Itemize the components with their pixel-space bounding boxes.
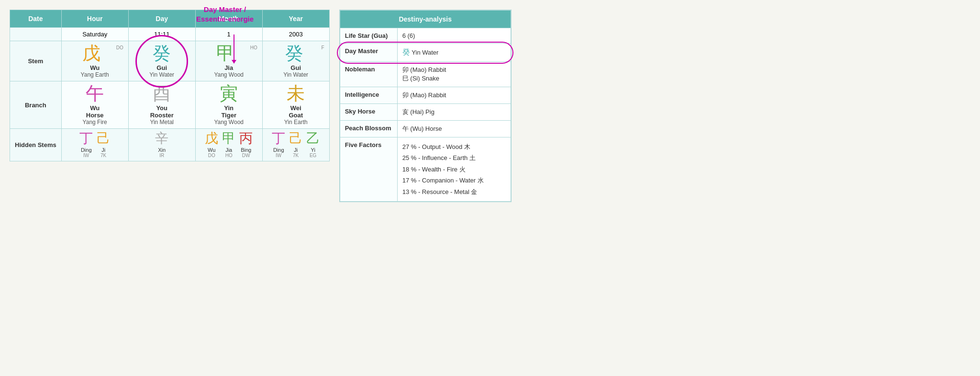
stem-hour-name: Wu [67, 64, 123, 71]
hidden-stems-hour: 丁 Ding IW 己 Ji 7K [61, 129, 128, 161]
destiny-value-peach-blossom: 午 (Wu) Horse [397, 121, 511, 137]
hidden-stems-day: 辛 Xin IR [128, 129, 195, 161]
stem-month-sub: Yang Wood [200, 71, 257, 78]
hidden-stems-month: 戊 Wu DO 甲 Jia HO 丙 Bing DW [195, 129, 262, 161]
stem-year-badge: F [322, 45, 324, 50]
hs-year-2-char: 乙 [306, 132, 320, 145]
destiny-value-day-master: 癸 Yin Water [397, 44, 511, 62]
day-master-text: Yin Water [412, 49, 438, 56]
hs-day-0-code: IR [159, 153, 164, 158]
annotation-line2: Essentie-energie [196, 15, 254, 23]
destiny-row-nobleman: Nobleman 卯 (Mao) Rabbit巳 (Si) Snake [340, 62, 511, 87]
hidden-stems-month-inner: 戊 Wu DO 甲 Jia HO 丙 Bing DW [200, 132, 257, 158]
hidden-stem-year-1: 己 Ji 7K [289, 132, 302, 158]
hs-year-2-name: Yi [311, 147, 315, 153]
stem-year-sub: Yin Water [267, 71, 324, 78]
stem-day-name: Gui [134, 64, 190, 71]
destiny-panel-title: Destiny-analysis [340, 11, 511, 28]
stem-month-badge: HO [250, 45, 257, 50]
destiny-value-life-star: 6 (6) [397, 28, 511, 44]
hs-month-0-code: DO [208, 153, 215, 158]
destiny-row-sky-horse: Sky Horse 亥 (Hai) Pig [340, 104, 511, 121]
hs-month-1-code: HO [225, 153, 233, 158]
stem-month-char: 甲 [200, 44, 257, 62]
destiny-label-sky-horse: Sky Horse [340, 104, 397, 121]
branch-month-sub: Yang Wood [200, 119, 257, 125]
table-row-date: Saturday 11:11 1 2003 [10, 28, 330, 41]
branch-label: Branch [10, 81, 62, 129]
hs-month-0-name: Wu [208, 147, 215, 153]
hs-hour-0-char: 丁 [79, 132, 93, 145]
hidden-stems-day-inner: 辛 Xin IR [134, 132, 190, 158]
bazi-table: Date Hour Day Month Year Saturday 11:11 … [10, 10, 330, 161]
branch-month: 寅 Yin Tiger Yang Wood [195, 81, 262, 129]
stem-month: HO 甲 Jia Yang Wood [195, 41, 262, 81]
stem-year-char: 癸 [267, 44, 324, 62]
branch-month-name2: Tiger [200, 112, 257, 119]
hidden-stem-month-1: 甲 Jia HO [222, 132, 235, 158]
destiny-label-intelligence: Intelligence [340, 87, 397, 104]
hs-hour-0-name: Ding [81, 147, 92, 153]
stem-hour-badge: DO [116, 45, 123, 50]
hs-hour-1-name: Ji [101, 147, 105, 153]
destiny-row-life-star: Life Star (Gua) 6 (6) [340, 28, 511, 44]
branch-hour-char: 午 [67, 84, 123, 103]
hs-day-0-char: 辛 [155, 132, 168, 145]
hidden-stem-hour-1: 己 Ji 7K [97, 132, 110, 158]
hs-hour-1-char: 己 [97, 132, 110, 145]
branch-year-name2: Goat [267, 112, 324, 119]
hs-year-1-name: Ji [294, 147, 298, 153]
hs-month-1-char: 甲 [222, 132, 235, 145]
hidden-stem-year-0: 丁 Ding IW [272, 132, 285, 158]
hs-year-0-name: Ding [273, 147, 284, 153]
destiny-value-nobleman: 卯 (Mao) Rabbit巳 (Si) Snake [397, 62, 511, 87]
branch-day-name: You [134, 104, 190, 112]
destiny-label-life-star: Life Star (Gua) [340, 28, 397, 44]
branch-year-char: 未 [267, 84, 324, 103]
hs-year-2-code: EG [310, 153, 316, 158]
destiny-panel: Destiny-analysis Life Star (Gua) 6 (6) D… [339, 10, 512, 202]
date-saturday: Saturday [61, 28, 128, 41]
hs-year-0-char: 丁 [272, 132, 285, 145]
col-header-date: Date [10, 10, 62, 28]
hidden-stem-day-0: 辛 Xin IR [155, 132, 168, 158]
annotation-arrow [234, 34, 234, 61]
stem-year-name: Gui [267, 64, 324, 71]
hs-hour-1-code: 7K [100, 153, 106, 158]
hidden-stem-month-0: 戊 Wu DO [205, 132, 218, 158]
hidden-stems-year: 丁 Ding IW 己 Ji 7K 乙 Yi EG [262, 129, 329, 161]
hidden-stem-month-2: 丙 Bing DW [239, 132, 253, 158]
destiny-label-peach-blossom: Peach Blossom [340, 121, 397, 137]
branch-day-sub: Yin Metal [134, 119, 190, 125]
stem-day-sub: Yin Water [134, 71, 190, 78]
hs-day-0-name: Xin [158, 147, 166, 153]
branch-hour-name: Wu [67, 104, 123, 112]
branch-hour: 午 Wu Horse Yang Fire [61, 81, 128, 129]
branch-day-name2: Rooster [134, 112, 190, 119]
day-master-annotation: Day Master / Essentie-energie [196, 5, 254, 23]
stem-hour: DO 戊 Wu Yang Earth [61, 41, 128, 81]
hs-month-2-char: 丙 [239, 132, 253, 145]
hs-year-0-code: IW [276, 153, 281, 158]
hidden-stem-year-2: 乙 Yi EG [306, 132, 320, 158]
stem-month-name: Jia [200, 64, 257, 71]
branch-year: 未 Wei Goat Yin Earth [262, 81, 329, 129]
hs-month-1-name: Jia [225, 147, 232, 153]
stem-year: F 癸 Gui Yin Water [262, 41, 329, 81]
destiny-value-intelligence: 卯 (Mao) Rabbit [397, 87, 511, 104]
hidden-stems-hour-inner: 丁 Ding IW 己 Ji 7K [67, 132, 123, 158]
stem-hour-char: 戊 [67, 44, 123, 62]
destiny-row-day-master: Day Master 癸 Yin Water [340, 44, 511, 62]
annotation-line1: Day Master / [204, 5, 246, 13]
col-header-day: Day [128, 10, 195, 28]
hs-year-1-code: 7K [293, 153, 299, 158]
hidden-stems-label: Hidden Stems [10, 129, 62, 161]
branch-month-name: Yin [200, 104, 257, 112]
col-header-year: Year [262, 10, 329, 28]
hs-month-2-name: Bing [241, 147, 251, 153]
destiny-label-day-master: Day Master [340, 44, 397, 62]
bazi-container: Day Master / Essentie-energie Date Hour … [10, 10, 330, 161]
col-header-hour: Hour [61, 10, 128, 28]
destiny-row-intelligence: Intelligence 卯 (Mao) Rabbit [340, 87, 511, 104]
hs-hour-0-code: IW [83, 153, 89, 158]
